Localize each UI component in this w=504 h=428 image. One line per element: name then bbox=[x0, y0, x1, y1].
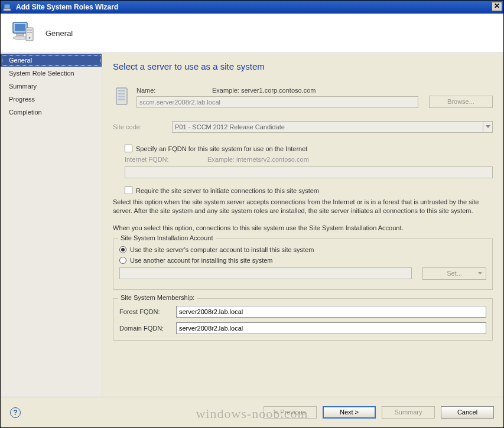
site-code-value: P01 - SCCM 2012 Release Candidate bbox=[175, 123, 285, 130]
membership-group: Site System Membership: Forest FQDN: Dom… bbox=[113, 298, 493, 341]
next-button[interactable]: Next > bbox=[323, 406, 376, 419]
sidebar-step-summary[interactable]: Summary bbox=[1, 80, 102, 93]
set-button-label: Set... bbox=[447, 270, 462, 277]
radio-use-server-label: Use the site server's computer account t… bbox=[130, 246, 314, 253]
svg-marker-16 bbox=[478, 272, 482, 275]
install-group-legend: Site System Installation Account bbox=[118, 234, 216, 241]
header-panel: General bbox=[1, 14, 503, 53]
chevron-down-icon bbox=[478, 272, 482, 275]
sidebar-step-general[interactable]: General bbox=[1, 54, 102, 67]
dropdown-icon bbox=[483, 122, 492, 132]
sidebar-step-completion[interactable]: Completion bbox=[1, 106, 102, 119]
internet-fqdn-label: Internet FQDN: bbox=[125, 156, 207, 163]
page-title: Select a server to use as a site system bbox=[113, 61, 493, 71]
domain-fqdn-label: Domain FQDN: bbox=[119, 325, 176, 332]
svg-rect-8 bbox=[27, 32, 32, 33]
sidebar-step-roleselect[interactable]: System Role Selection bbox=[1, 67, 102, 80]
name-input: sccm.server2008r2.lab.local bbox=[136, 96, 418, 108]
sidebar-step-progress[interactable]: Progress bbox=[1, 93, 102, 106]
summary-button: Summary bbox=[382, 406, 435, 419]
svg-marker-15 bbox=[486, 125, 490, 128]
wizard-window: Add Site System Roles Wizard ✕ General G… bbox=[0, 0, 504, 428]
svg-point-5 bbox=[13, 36, 27, 40]
svg-rect-11 bbox=[118, 90, 125, 92]
sidebar: General System Role Selection Summary Pr… bbox=[1, 53, 102, 397]
svg-rect-7 bbox=[27, 30, 32, 31]
radio-use-server-account[interactable] bbox=[119, 246, 126, 253]
svg-point-9 bbox=[29, 37, 31, 39]
svg-rect-1 bbox=[4, 9, 11, 11]
svg-rect-14 bbox=[118, 99, 125, 100]
previous-button: < Previous bbox=[264, 406, 317, 419]
name-example: Example: server1.corp.contoso.com bbox=[212, 87, 316, 94]
fqdn-checkbox[interactable] bbox=[125, 145, 132, 152]
domain-fqdn-input[interactable] bbox=[176, 322, 486, 334]
require-checkbox[interactable] bbox=[125, 187, 132, 194]
name-label: Name: bbox=[136, 87, 212, 94]
require-checkbox-label: Require the site server to initiate conn… bbox=[136, 187, 319, 194]
close-icon: ✕ bbox=[494, 2, 500, 10]
browse-button: Browse... bbox=[429, 96, 493, 108]
forest-fqdn-label: Forest FQDN: bbox=[119, 308, 176, 315]
svg-rect-12 bbox=[118, 93, 125, 94]
membership-legend: Site System Membership: bbox=[118, 294, 197, 301]
svg-rect-0 bbox=[4, 4, 10, 9]
footer-bar: ? < Previous Next > Summary Cancel bbox=[1, 397, 503, 427]
set-button: Set... bbox=[422, 267, 486, 280]
body: General System Role Selection Summary Pr… bbox=[1, 53, 503, 397]
other-account-input bbox=[119, 267, 412, 279]
content-panel: Select a server to use as a site system … bbox=[102, 53, 503, 397]
internet-fqdn-example: Example: internetsrv2.contoso.com bbox=[207, 156, 309, 163]
radio-use-other-account[interactable] bbox=[119, 257, 126, 264]
install-account-group: Site System Installation Account Use the… bbox=[113, 238, 493, 290]
cancel-button[interactable]: Cancel bbox=[441, 406, 494, 419]
forest-fqdn-input[interactable] bbox=[176, 306, 486, 318]
require-description: Select this option when the site system … bbox=[113, 198, 493, 215]
fqdn-checkbox-label: Specify an FQDN for this site system for… bbox=[136, 145, 307, 152]
radio-use-other-label: Use another account for installing this … bbox=[130, 257, 273, 264]
server-icon bbox=[113, 87, 132, 107]
svg-rect-4 bbox=[17, 34, 24, 35]
close-button[interactable]: ✕ bbox=[492, 2, 502, 11]
svg-rect-3 bbox=[15, 24, 25, 31]
app-icon bbox=[3, 2, 12, 12]
site-code-select: P01 - SCCM 2012 Release Candidate bbox=[172, 121, 493, 133]
window-title: Add Site System Roles Wizard bbox=[16, 3, 118, 11]
header-step-label: General bbox=[45, 29, 73, 38]
svg-rect-13 bbox=[118, 96, 125, 97]
note-text: When you select this option, connections… bbox=[113, 224, 493, 233]
titlebar[interactable]: Add Site System Roles Wizard ✕ bbox=[1, 1, 503, 14]
internet-fqdn-input bbox=[125, 166, 493, 178]
help-button[interactable]: ? bbox=[10, 407, 21, 418]
site-code-label: Site code: bbox=[113, 123, 172, 130]
computer-icon bbox=[9, 19, 37, 47]
